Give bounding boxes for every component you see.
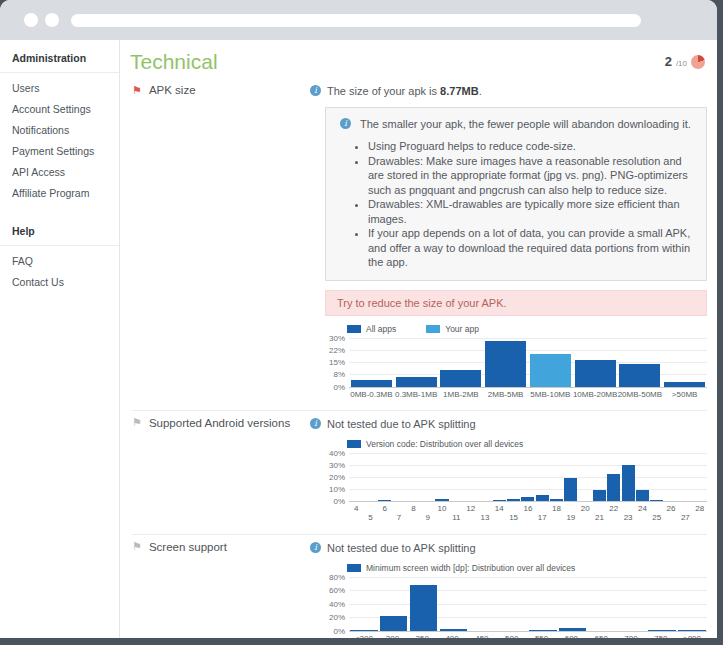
apk-size-summary: The size of your apk is 8.77MB.	[327, 84, 482, 98]
score-badge: 2 /10	[665, 54, 705, 69]
android-versions-chart: Version code: Distribution over all devi…	[325, 439, 707, 523]
browser-window: Administration UsersAccount SettingsNoti…	[0, 0, 717, 638]
tip-item: Drawables: Make sure images have a reaso…	[368, 154, 694, 198]
page-title: Technical	[130, 50, 712, 74]
tip-intro-text: The smaller your apk, the fewer people w…	[360, 117, 691, 131]
score-pie-icon	[691, 55, 705, 69]
apk-size-tipbox: i The smaller your apk, the fewer people…	[325, 107, 707, 281]
flag-icon: ⚑	[132, 85, 142, 96]
tip-item: If your app depends on a lot of data, yo…	[368, 226, 694, 270]
score-total: /10	[676, 59, 687, 68]
address-bar[interactable]	[71, 14, 641, 27]
sidebar-item[interactable]: Users	[0, 77, 119, 98]
sidebar-item[interactable]: Payment Settings	[0, 140, 119, 161]
score-value: 2	[665, 54, 672, 69]
sidebar-heading-administration: Administration	[0, 40, 119, 73]
flag-icon: ⚑	[132, 417, 142, 428]
sidebar-item[interactable]: API Access	[0, 161, 119, 182]
apk-size-chart: All appsYour app30%22%15%8%0%0MB-0.3MB0.…	[325, 324, 707, 399]
info-icon[interactable]: i	[340, 118, 351, 129]
section-divider	[132, 410, 707, 411]
sidebar-item[interactable]: Affiliate Program	[0, 182, 119, 203]
sidebar-item[interactable]: Notifications	[0, 119, 119, 140]
info-icon[interactable]: i	[310, 542, 321, 553]
section-divider	[132, 534, 707, 535]
tip-item: Drawables: XML-drawables are typically m…	[368, 197, 694, 226]
sidebar: Administration UsersAccount SettingsNoti…	[0, 40, 120, 638]
screen-support-summary: Not tested due to APK splitting	[327, 541, 476, 555]
sidebar-item[interactable]: Contact Us	[0, 271, 119, 292]
section-title: APK size	[149, 84, 196, 96]
section-title: Supported Android versions	[149, 417, 290, 429]
section-screen-support: ⚑ Screen support i Not tested due to APK…	[130, 541, 712, 639]
flag-icon: ⚑	[132, 541, 142, 552]
tip-item: Using Proguard helps to reduce code-size…	[368, 139, 694, 154]
window-button[interactable]	[24, 13, 38, 27]
info-icon[interactable]: i	[310, 85, 321, 96]
section-title: Screen support	[149, 541, 227, 553]
browser-chrome	[0, 0, 717, 40]
apk-size-alert: Try to reduce the size of your APK.	[325, 290, 707, 316]
screen-support-chart: Minimum screen width [dp]: Distribution …	[325, 563, 707, 639]
sidebar-item[interactable]: FAQ	[0, 250, 119, 271]
sidebar-item[interactable]: Account Settings	[0, 98, 119, 119]
info-icon[interactable]: i	[310, 418, 321, 429]
window-button[interactable]	[45, 13, 59, 27]
section-apk-size: ⚑ APK size i The size of your apk is 8.7…	[130, 84, 712, 399]
section-android-versions: ⚑ Supported Android versions i Not teste…	[130, 417, 712, 523]
android-versions-summary: Not tested due to APK splitting	[327, 417, 476, 431]
main-content: Technical 2 /10 ⚑ APK size i The size of…	[120, 40, 717, 638]
sidebar-heading-help: Help	[0, 213, 119, 246]
